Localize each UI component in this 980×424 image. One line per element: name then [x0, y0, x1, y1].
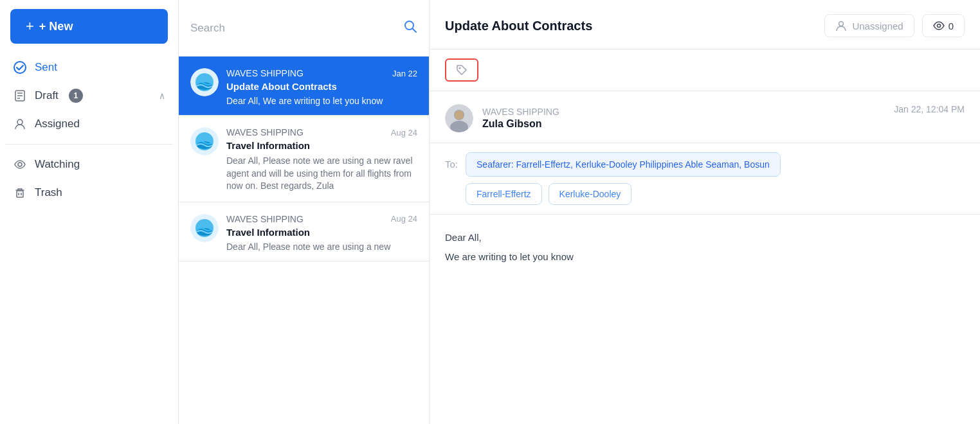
email-list-panel: WAVES SHIPPING Jan 22 Update About Contr… — [179, 0, 430, 424]
email-sender-2: WAVES SHIPPING — [226, 127, 304, 137]
avatar-waves-shipping-1 — [190, 68, 219, 96]
email-subject-3: Travel Information — [226, 227, 417, 238]
email-content-1: WAVES SHIPPING Jan 22 Update About Contr… — [226, 68, 417, 106]
svg-point-5 — [17, 119, 23, 125]
sidebar-item-sent-label: Sent — [35, 61, 57, 74]
sidebar-item-watching[interactable]: Watching — [5, 151, 173, 178]
email-message-header: WAVES SHIPPING Zula Gibson Jan 22, 12:04… — [430, 91, 980, 143]
tag-icon — [455, 64, 468, 76]
detail-header: Update About Contracts Unassigned 0 — [430, 0, 980, 49]
svg-rect-7 — [17, 191, 23, 197]
email-subject-2: Travel Information — [226, 140, 417, 151]
new-button[interactable]: + + New — [10, 9, 168, 44]
email-preview-2: Dear All, Please note we are using a new… — [226, 155, 417, 193]
svg-point-6 — [18, 163, 22, 166]
sidebar-item-draft-label: Draft — [35, 89, 59, 102]
email-content-3: WAVES SHIPPING Aug 24 Travel Information… — [226, 214, 417, 252]
message-sender-info: WAVES SHIPPING Zula Gibson — [445, 104, 559, 132]
assign-label: Unassigned — [852, 21, 903, 31]
to-section: To: Seafarer: Farrell-Effertz, Kerluke-D… — [430, 143, 980, 215]
email-preview-1: Dear All, We are writing to let you know — [226, 96, 417, 106]
detail-title: Update About Contracts — [445, 19, 592, 33]
email-detail-body: WAVES SHIPPING Zula Gibson Jan 22, 12:04… — [430, 91, 980, 284]
search-bar — [179, 0, 429, 57]
svg-point-23 — [459, 67, 461, 69]
email-meta-2: WAVES SHIPPING Aug 24 — [226, 127, 417, 137]
sidebar-item-trash[interactable]: Trash — [5, 179, 173, 206]
svg-point-27 — [455, 110, 464, 119]
email-body-text: Dear All, We are writing to let you know — [430, 215, 980, 284]
draft-chevron-icon: ∧ — [159, 91, 165, 101]
sidebar-item-assigned-label: Assigned — [35, 118, 80, 130]
email-date-1: Jan 22 — [392, 69, 417, 78]
email-sender-1: WAVES SHIPPING — [226, 68, 304, 78]
avatar-waves-shipping-3 — [190, 214, 219, 242]
email-date-2: Aug 24 — [391, 128, 417, 137]
recipient-tags: Farrell-Effertz Kerluke-Dooley — [466, 183, 781, 205]
message-company: WAVES SHIPPING — [482, 107, 559, 117]
email-item-1[interactable]: WAVES SHIPPING Jan 22 Update About Contr… — [179, 57, 429, 116]
email-item-2[interactable]: WAVES SHIPPING Aug 24 Travel Information… — [179, 116, 429, 202]
svg-point-22 — [937, 24, 940, 28]
sidebar-item-draft[interactable]: Draft 1 ∧ — [5, 82, 173, 109]
plus-icon: + — [26, 18, 34, 35]
email-subject-1: Update About Contracts — [226, 81, 417, 92]
sidebar-item-sent[interactable]: Sent — [5, 54, 173, 81]
assign-button[interactable]: Unassigned — [824, 14, 914, 37]
email-sender-3: WAVES SHIPPING — [226, 214, 304, 224]
trash-icon — [13, 186, 27, 200]
message-date: Jan 22, 12:04 PM — [894, 104, 965, 114]
views-button[interactable]: 0 — [922, 14, 965, 37]
body-line-1: Dear All, — [445, 230, 965, 245]
eye-icon — [933, 20, 945, 31]
email-detail-panel: Update About Contracts Unassigned 0 — [430, 0, 980, 424]
svg-line-11 — [413, 28, 417, 32]
recipient-tag-kerluke[interactable]: Kerluke-Dooley — [549, 183, 632, 205]
email-date-3: Aug 24 — [391, 214, 417, 224]
avatar-waves-shipping-2 — [190, 127, 219, 155]
draft-badge: 1 — [69, 89, 83, 103]
sidebar-item-trash-label: Trash — [35, 186, 62, 199]
email-content-2: WAVES SHIPPING Aug 24 Travel Information… — [226, 127, 417, 193]
body-line-2: We are writing to let you know — [445, 249, 965, 265]
draft-icon — [13, 89, 27, 103]
message-avatar — [445, 104, 473, 132]
sent-icon — [13, 60, 27, 75]
email-item-3[interactable]: WAVES SHIPPING Aug 24 Travel Information… — [179, 202, 429, 261]
tag-button[interactable] — [445, 58, 478, 82]
message-sender-name-group: WAVES SHIPPING Zula Gibson — [482, 107, 559, 130]
detail-tag-bar — [430, 49, 980, 91]
sidebar: + + New Sent Draft 1 — [0, 0, 179, 424]
detail-actions: Unassigned 0 — [824, 14, 965, 37]
recipient-tag-farrell[interactable]: Farrell-Effertz — [466, 183, 542, 205]
svg-point-21 — [839, 22, 844, 26]
sidebar-item-assigned[interactable]: Assigned — [5, 110, 173, 137]
email-list-items: WAVES SHIPPING Jan 22 Update About Contr… — [179, 57, 429, 424]
views-label: 0 — [948, 21, 954, 31]
sidebar-item-watching-label: Watching — [35, 158, 80, 171]
sidebar-nav: Sent Draft 1 ∧ Assigned — [0, 54, 178, 206]
recipient-main[interactable]: Seafarer: Farrell-Effertz, Kerluke-Doole… — [466, 152, 781, 177]
new-button-label: + New — [39, 20, 73, 33]
email-meta-3: WAVES SHIPPING Aug 24 — [226, 214, 417, 224]
assigned-icon — [13, 117, 27, 131]
email-preview-3: Dear All, Please note we are using a new — [226, 242, 417, 252]
user-icon — [835, 20, 847, 31]
search-input[interactable] — [190, 22, 397, 35]
sidebar-divider — [5, 144, 173, 145]
message-name: Zula Gibson — [482, 118, 559, 130]
email-meta-1: WAVES SHIPPING Jan 22 — [226, 68, 417, 78]
search-icon — [403, 19, 417, 37]
svg-point-0 — [14, 62, 26, 73]
to-label: To: — [445, 159, 458, 170]
to-recipients: Seafarer: Farrell-Effertz, Kerluke-Doole… — [466, 152, 781, 205]
watching-icon — [13, 157, 27, 172]
